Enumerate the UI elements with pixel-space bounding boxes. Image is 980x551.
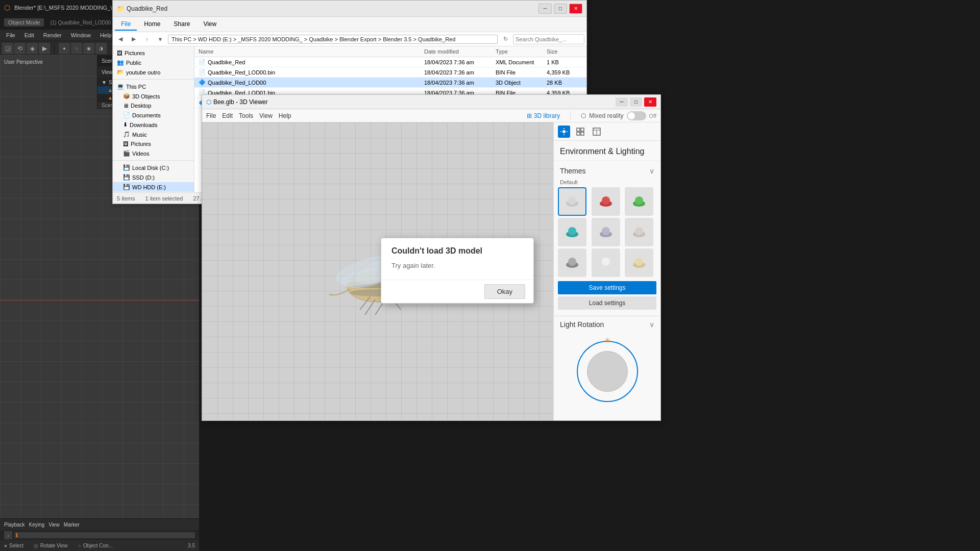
fe-col-size[interactable]: Size: [547, 48, 582, 55]
fe-tab-home[interactable]: Home: [138, 18, 166, 31]
dial-outer-ring[interactable]: ☀: [577, 341, 638, 402]
blender-shading-wire[interactable]: ○: [71, 43, 82, 54]
fe-tab-file[interactable]: File: [115, 18, 137, 31]
fe-minimize-btn[interactable]: ─: [538, 4, 552, 14]
blender-shading-mat[interactable]: ◉: [83, 43, 94, 54]
v3d-menu-file[interactable]: File: [206, 112, 216, 119]
fe-tab-share[interactable]: Share: [167, 18, 196, 31]
v3d-menu-help[interactable]: Help: [279, 112, 291, 119]
dialog-box[interactable]: Couldn't load 3D model Try again later. …: [381, 238, 534, 304]
fe-sidebar-local-c[interactable]: 💾 Local Disk (C:): [113, 163, 194, 172]
v3d-maximize-btn[interactable]: □: [630, 97, 642, 107]
fe-search-input[interactable]: [513, 34, 584, 44]
blender-shading-solid[interactable]: ●: [59, 43, 70, 54]
fe-tab-view[interactable]: View: [197, 18, 223, 31]
blender-view-label[interactable]: View: [48, 522, 60, 528]
rp-table-icon-btn[interactable]: [591, 126, 603, 138]
blender-playback-label[interactable]: Playback: [4, 522, 25, 528]
blender-rotate-label: Rotate View: [40, 543, 68, 548]
fe-sidebar-3dobjects[interactable]: 📦 3D Objects: [113, 91, 194, 101]
v3d-minimize-btn[interactable]: ─: [616, 97, 628, 107]
sun-icon: [560, 128, 568, 136]
fe-addressbar: ◀ ▶ ↑ ▼ This PC > WD HDD (E:) > _MSFS 20…: [113, 32, 586, 46]
theme-item-3[interactable]: [558, 218, 586, 246]
theme-item-1[interactable]: [592, 187, 620, 216]
fe-public-label: Public: [126, 60, 141, 66]
rp-save-btn[interactable]: Save settings: [558, 281, 656, 294]
blender-current-frame[interactable]: 1: [4, 531, 12, 539]
fe-sidebar-public[interactable]: 👥 Public: [113, 58, 194, 67]
rp-themes-section: Themes ∨ Default: [554, 161, 660, 316]
fe-up-btn[interactable]: ↑: [141, 34, 153, 45]
fe-sidebar-youtube[interactable]: 📂 youtube outro: [113, 67, 194, 77]
fe-sidebar-documents[interactable]: 📄 Documents: [113, 110, 194, 120]
theme-item-0[interactable]: [558, 187, 586, 216]
v3d-menu-edit[interactable]: Edit: [222, 112, 233, 119]
fe-refresh-btn[interactable]: ↻: [500, 34, 511, 45]
fe-col-name[interactable]: Name: [199, 48, 424, 55]
v3d-menu-tools[interactable]: Tools: [239, 112, 253, 119]
fe-back-btn[interactable]: ◀: [115, 34, 126, 45]
fe-sidebar-this-pc[interactable]: 💻 This PC: [113, 82, 194, 91]
fe-downloads-label: Downloads: [130, 122, 157, 128]
fe-youtube-icon: 📂: [117, 69, 124, 76]
table-row[interactable]: 🔷Quadbike_Red_LOD00 18/04/2023 7:36 am 3…: [194, 78, 586, 88]
light-rotation-dial-area[interactable]: ☀: [554, 333, 660, 410]
blender-menu-render[interactable]: Render: [39, 31, 66, 39]
theme-preview-6: [562, 253, 582, 273]
blender-tool-1[interactable]: ◲: [2, 43, 13, 54]
blender-timeline-bar[interactable]: [14, 532, 195, 538]
fe-sidebar-videos[interactable]: 🎬 Videos: [113, 148, 194, 158]
table-row[interactable]: 📄Quadbike_Red_LOD00.bin 18/04/2023 7:36 …: [194, 67, 586, 78]
table-row[interactable]: 📄Quadbike_Red 18/04/2023 7:36 am XML Doc…: [194, 57, 586, 67]
dialog-message: Try again later.: [381, 260, 533, 280]
blender-tool-4[interactable]: ▶: [39, 43, 50, 54]
v3d-close-btn[interactable]: ✕: [644, 97, 656, 107]
v3d-menu-view[interactable]: View: [259, 112, 273, 119]
blender-collection-expand[interactable]: ▼: [102, 80, 107, 85]
fe-sidebar-desktop[interactable]: 🖥 Desktop: [113, 101, 194, 110]
fe-close-btn[interactable]: ✕: [569, 4, 582, 14]
fe-sidebar-music[interactable]: 🎵 Music: [113, 130, 194, 139]
blender-menu-edit[interactable]: Edit: [20, 31, 38, 39]
v3d-mr-toggle[interactable]: [627, 111, 646, 120]
rp-grid-icon-btn[interactable]: [574, 126, 586, 138]
fe-sidebar-pictures[interactable]: 🖼 Pictures: [113, 48, 194, 58]
blender-shading-render[interactable]: ◑: [95, 43, 107, 54]
themes-header: Themes ∨: [558, 165, 656, 179]
fe-maximize-btn[interactable]: □: [554, 4, 567, 14]
theme-item-6[interactable]: [558, 248, 586, 277]
theme-item-2[interactable]: [625, 187, 653, 216]
blender-mode-selector[interactable]: Object Mode: [4, 18, 44, 27]
fe-forward-btn[interactable]: ▶: [128, 34, 139, 45]
fe-col-date[interactable]: Date modified: [424, 48, 496, 55]
blender-marker-label[interactable]: Marker: [64, 522, 80, 528]
fe-col-type[interactable]: Type: [496, 48, 547, 55]
themes-expand-icon[interactable]: ∨: [649, 167, 654, 175]
fe-sidebar-wd-e[interactable]: 💾 WD HDD (E:): [113, 182, 194, 192]
blender-menu-file[interactable]: File: [2, 31, 19, 39]
v3d-title: Bee.glb - 3D Viewer: [213, 98, 614, 106]
theme-item-7[interactable]: [592, 248, 620, 277]
fe-status-selected: 1 item selected: [145, 195, 183, 202]
theme-item-4[interactable]: [592, 218, 620, 246]
blender-keying-label[interactable]: Keying: [29, 522, 45, 528]
blender-tool-3[interactable]: ◈: [27, 43, 38, 54]
rp-load-btn[interactable]: Load settings: [558, 296, 656, 310]
fe-sidebar-pictures2[interactable]: 🖼 Pictures: [113, 139, 194, 148]
dialog-ok-btn[interactable]: Okay: [484, 284, 525, 299]
fe-sidebar-ssd-d[interactable]: 💾 SSD (D:): [113, 172, 194, 182]
rp-sun-icon-btn[interactable]: [558, 126, 570, 138]
fe-sidebar-downloads[interactable]: ⬇ Downloads: [113, 120, 194, 130]
blender-menu-window[interactable]: Window: [67, 31, 95, 39]
fe-title: Quadbike_Red: [127, 5, 536, 12]
fe-file-label-1: Quadbike_Red_LOD00.bin: [208, 69, 275, 76]
v3d-library-btn[interactable]: ⊞ 3D library: [527, 112, 560, 119]
light-rotation-expand-icon[interactable]: ∨: [649, 320, 654, 329]
fe-address-path[interactable]: This PC > WD HDD (E:) > _MSFS 2020 MODDI…: [168, 35, 498, 44]
blender-tool-2[interactable]: ⟲: [14, 43, 26, 54]
fe-recent-btn[interactable]: ▼: [155, 34, 166, 45]
theme-item-8[interactable]: [625, 248, 653, 277]
sun-position-icon: ☀: [604, 336, 611, 345]
theme-item-5[interactable]: [625, 218, 653, 246]
